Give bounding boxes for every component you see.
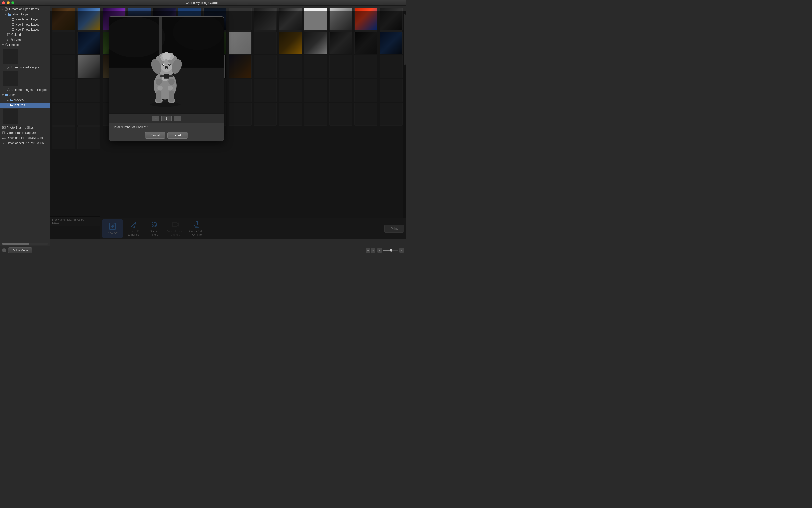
sidebar-item-label: Photo Sharing Sites — [7, 126, 34, 129]
svg-rect-26 — [2, 126, 5, 129]
sidebar-item-new-layout-1[interactable]: New Photo Layout — [0, 17, 50, 22]
increase-quantity-button[interactable]: + — [173, 116, 181, 121]
svg-rect-6 — [11, 20, 12, 21]
svg-point-80 — [150, 102, 180, 107]
sidebar-item-download-premium[interactable]: Download PREMIUM Cont — [0, 135, 50, 140]
expand-icon: ▶ — [7, 99, 9, 101]
folder-icon — [10, 104, 13, 107]
dialog-print-button[interactable]: Print — [167, 132, 188, 139]
decrease-quantity-button[interactable]: − — [152, 116, 159, 121]
svg-line-22 — [11, 40, 12, 40]
sidebar-item-label: Downloaded PREMIUM Co — [7, 141, 44, 145]
view-icons: ⊞ ≡ — [365, 248, 375, 253]
sidebar-item-label: Download PREMIUM Cont — [7, 136, 43, 140]
zoom-slider-fill — [383, 250, 391, 251]
calendar-icon — [7, 33, 10, 36]
status-right: ⊞ ≡ - + — [365, 248, 404, 253]
zoom-out-icon[interactable]: - — [377, 248, 382, 253]
window-controls — [2, 1, 14, 4]
expand-icon: ▶ — [2, 44, 4, 46]
sidebar-item-video-frame[interactable]: Video Frame Capture — [0, 130, 50, 135]
sidebar-item-new-layout-2[interactable]: New Photo Layout — [0, 22, 50, 27]
svg-rect-4 — [11, 18, 12, 19]
sidebar-item-movies[interactable]: ▶ Movies — [0, 97, 50, 103]
sidebar-item-event[interactable]: ▶ Event — [0, 37, 50, 42]
sidebar-item-label: Photo Layout — [12, 12, 30, 16]
expand-icon: ▶ — [2, 94, 4, 96]
quantity-controls: − + — [109, 114, 224, 123]
sidebar-item-calendar[interactable]: Calendar — [0, 32, 50, 37]
person-icon — [7, 66, 10, 69]
sidebar-item-label: New Photo Layout — [15, 28, 40, 32]
sidebar-thumbnail[interactable] — [3, 48, 18, 64]
print-preview-image — [109, 16, 224, 114]
sidebar-item-photo-layout[interactable]: ▶ Photo Layout — [0, 12, 50, 17]
svg-rect-28 — [2, 131, 5, 134]
grid-view-icon[interactable]: ⊞ — [365, 248, 370, 253]
sidebar-scrollbar[interactable] — [2, 243, 48, 245]
expand-icon: ▶ — [2, 8, 4, 10]
dialog-cancel-button[interactable]: Cancel — [145, 132, 165, 139]
content-wrapper: New Art Correct/Enhance — [50, 6, 406, 246]
sidebar-item-label: Event — [14, 38, 22, 42]
expand-icon: ▶ — [7, 104, 9, 106]
svg-rect-9 — [13, 23, 14, 24]
sidebar-thumbnail[interactable] — [3, 71, 18, 86]
dialog-buttons: Cancel Print — [113, 132, 220, 139]
print-label: Print — [175, 134, 181, 137]
video-icon — [2, 131, 6, 135]
sidebar-item-unregistered[interactable]: Unregistered People — [0, 65, 50, 70]
folder-icon — [10, 98, 13, 102]
svg-rect-75 — [164, 74, 169, 79]
svg-point-71 — [169, 64, 170, 65]
maximize-button[interactable] — [11, 1, 14, 4]
svg-rect-11 — [13, 25, 14, 26]
quantity-input[interactable] — [161, 116, 171, 121]
svg-rect-78 — [156, 91, 161, 102]
dog-preview-svg — [109, 16, 224, 114]
document-icon — [5, 7, 8, 11]
svg-point-57 — [168, 86, 173, 91]
zoom-in-icon[interactable]: + — [399, 248, 404, 253]
print-dialog: − + Total Number of Copies: 1 Cancel — [109, 16, 224, 141]
svg-point-73 — [164, 59, 168, 65]
zoom-slider[interactable] — [383, 250, 398, 251]
sidebar-item-pictures[interactable]: ▶ Pictures — [0, 103, 50, 108]
grid-icon — [11, 18, 14, 21]
minimize-button[interactable] — [7, 1, 10, 4]
folder-icon — [5, 93, 8, 97]
sidebar-thumbnail[interactable] — [3, 109, 18, 124]
sidebar-item-downloaded-premium[interactable]: Downloaded PREMIUM Co — [0, 140, 50, 145]
print-dialog-overlay: − + Total Number of Copies: 1 Cancel — [50, 11, 406, 239]
sidebar-item-deleted[interactable]: Deleted Images of People — [0, 87, 50, 92]
event-icon — [10, 38, 13, 41]
sidebar-item-create-open[interactable]: ▶ Create or Open Items — [0, 7, 50, 12]
photo-sharing-icon — [2, 126, 6, 129]
svg-point-25 — [8, 89, 9, 90]
sidebar-item-label: Deleted Images of People — [11, 88, 46, 92]
sidebar-item-label: Movies — [14, 98, 24, 102]
sidebar-item-people[interactable]: ▶ People — [0, 42, 50, 47]
sidebar-item-label: Pictures — [14, 103, 25, 107]
close-button[interactable] — [2, 1, 5, 4]
svg-rect-15 — [13, 30, 14, 31]
sidebar-item-new-layout-3[interactable]: New Photo Layout — [0, 27, 50, 32]
person-deleted-icon — [7, 88, 10, 91]
download-icon — [2, 136, 6, 140]
titlebar: Canon My Image Garden — [0, 0, 406, 6]
svg-point-72 — [165, 66, 168, 68]
svg-rect-12 — [11, 28, 12, 29]
svg-point-24 — [8, 66, 9, 68]
total-copies-text: Total Number of Copies: 1 — [113, 125, 220, 129]
sidebar-item-jnet[interactable]: ▶ JNet — [0, 92, 50, 97]
minus-icon: − — [155, 117, 157, 121]
sidebar-item-photo-sharing[interactable]: Photo Sharing Sites — [0, 125, 50, 130]
downloaded-icon — [2, 141, 6, 145]
sidebar-item-label: Unregistered People — [11, 66, 39, 69]
sidebar-item-label: People — [9, 43, 19, 47]
sidebar-item-label: New Photo Layout — [15, 23, 40, 26]
sidebar-thumb-row — [0, 47, 50, 65]
sidebar-thumb-row — [0, 70, 50, 87]
guide-menu-button[interactable]: Guide Menu — [8, 248, 32, 253]
list-view-icon[interactable]: ≡ — [371, 248, 375, 253]
